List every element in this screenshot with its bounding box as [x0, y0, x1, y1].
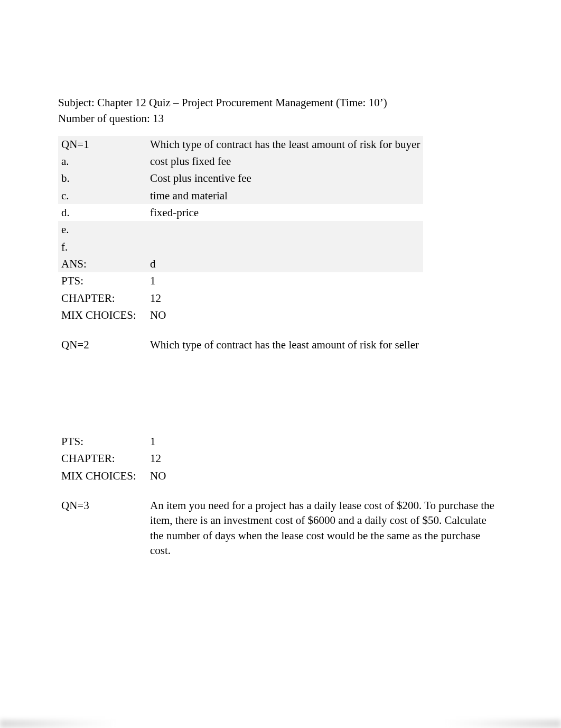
q3-prompt: An item you need for a project has a dai…	[148, 497, 503, 559]
q1-pts-label: PTS:	[58, 272, 148, 289]
page-corner-shadow-left	[0, 720, 116, 728]
q1-ans-label: ANS:	[58, 255, 148, 272]
q1-chapter-text: 12	[148, 290, 503, 307]
num-question-line: Number of question: 13	[58, 111, 503, 126]
q2-prompt: Which type of contract has the least amo…	[148, 336, 503, 353]
q2-block: QN=2 Which type of contract has the leas…	[58, 336, 503, 353]
q2-pts-label: PTS:	[58, 433, 148, 450]
q1-opt-d-text: fixed-price	[148, 204, 423, 221]
q2-pts-text: 1	[148, 433, 503, 450]
q2-mix-text: NO	[148, 467, 503, 484]
q1-opt-e-label: e.	[58, 221, 148, 238]
q1-mix-text: NO	[148, 307, 503, 324]
q1-opt-c-label: c.	[58, 187, 148, 204]
q1-opt-c-text: time and material	[148, 187, 423, 204]
q1-opt-f-label: f.	[58, 238, 148, 255]
page-corner-shadow-right	[445, 720, 561, 728]
q2-chapter-text: 12	[148, 450, 503, 467]
q1-pts-text: 1	[148, 272, 503, 289]
q1-opt-a-label: a.	[58, 153, 148, 170]
q1-opt-e-text	[148, 221, 423, 238]
q1-meta: PTS: 1 CHAPTER: 12 MIX CHOICES: NO	[58, 272, 503, 324]
q1-qn-label: QN=1	[58, 136, 148, 153]
q1-chapter-label: CHAPTER:	[58, 290, 148, 307]
q1-block: QN=1 Which type of contract has the leas…	[58, 136, 503, 273]
q1-mix-label: MIX CHOICES:	[58, 307, 148, 324]
subject-line: Subject: Chapter 12 Quiz – Project Procu…	[58, 95, 503, 110]
q1-ans-text: d	[148, 255, 423, 272]
q1-opt-d-label: d.	[58, 204, 148, 221]
q1-opt-f-text	[148, 238, 423, 255]
q2-meta: PTS: 1 CHAPTER: 12 MIX CHOICES: NO	[58, 433, 503, 484]
page: Subject: Chapter 12 Quiz – Project Procu…	[0, 0, 561, 728]
q1-prompt: Which type of contract has the least amo…	[148, 136, 423, 153]
q1-opt-a-text: cost plus fixed fee	[148, 153, 423, 170]
q3-qn-label: QN=3	[58, 497, 148, 559]
q3-block: QN=3 An item you need for a project has …	[58, 497, 503, 559]
q2-mix-label: MIX CHOICES:	[58, 467, 148, 484]
q2-hidden-options	[58, 354, 503, 433]
q2-chapter-label: CHAPTER:	[58, 450, 148, 467]
q1-opt-b-text: Cost plus incentive fee	[148, 170, 423, 187]
q1-opt-b-label: b.	[58, 170, 148, 187]
q2-qn-label: QN=2	[58, 336, 148, 353]
